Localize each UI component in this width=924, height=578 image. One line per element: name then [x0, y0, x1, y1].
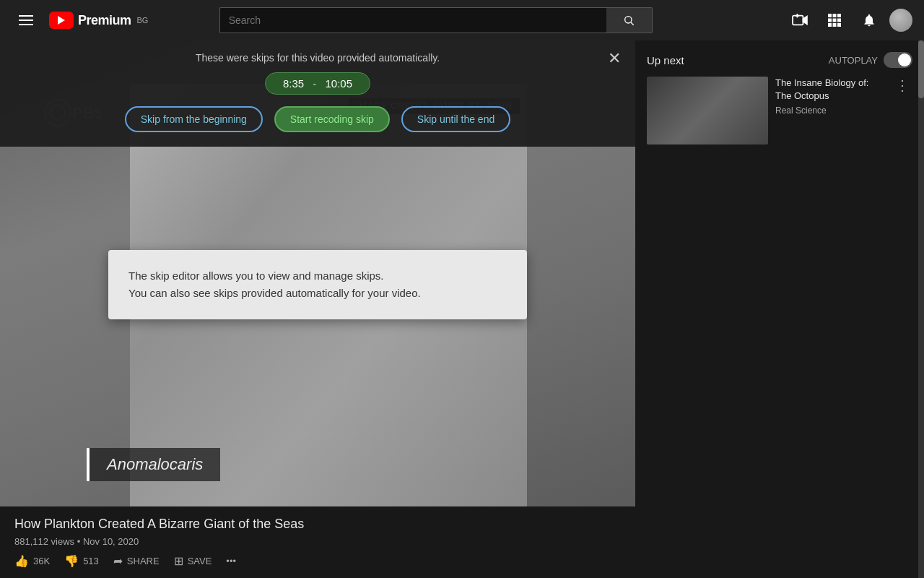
svg-line-4 — [631, 22, 634, 25]
thumbs-up-icon: 👍 — [14, 554, 29, 568]
skip-time-end: 10:05 — [326, 77, 353, 90]
svg-rect-14 — [837, 19, 841, 22]
search-button[interactable] — [606, 7, 653, 33]
svg-rect-11 — [837, 14, 841, 17]
skip-actions: Skip from the beginning Start recoding s… — [125, 106, 510, 132]
tooltip-line1: The skip editor allows you to view and m… — [128, 267, 507, 285]
autoplay-toggle[interactable] — [884, 52, 912, 68]
logo-text: Premium — [78, 13, 131, 28]
user-avatar[interactable] — [889, 9, 912, 32]
video-player: IMAGE CREDIT: JAMES ST. JOHN PBS These w… — [0, 40, 635, 539]
skip-editor-overlay: These were skips for this video provided… — [0, 40, 635, 147]
scrollbar[interactable] — [918, 40, 924, 578]
autoplay-row: AUTOPLAY — [829, 52, 912, 68]
next-video-thumbnail — [647, 77, 768, 144]
skip-until-end-button[interactable]: Skip until the end — [401, 106, 510, 132]
menu-icon[interactable] — [12, 15, 40, 25]
main-content: IMAGE CREDIT: JAMES ST. JOHN PBS These w… — [0, 40, 924, 578]
dislike-button[interactable]: 👎 513 — [64, 554, 99, 568]
skip-time-dash: - — [313, 77, 316, 90]
publish-date: Nov 10, 2020 — [83, 536, 139, 547]
autoplay-toggle-knob — [898, 53, 911, 66]
right-sidebar: Up next AUTOPLAY The Insane Biology of: … — [635, 40, 924, 578]
svg-rect-5 — [793, 16, 803, 25]
svg-rect-0 — [19, 15, 33, 17]
close-overlay-button[interactable]: ✕ — [608, 49, 621, 68]
create-video-button[interactable] — [785, 6, 814, 35]
svg-rect-12 — [828, 19, 832, 22]
video-meta: 881,112 views • Nov 10, 2020 — [14, 536, 621, 547]
more-actions-button[interactable]: ••• — [226, 556, 236, 566]
save-icon: ⊞ — [174, 554, 183, 568]
like-count: 36K — [33, 556, 50, 566]
up-next-label: Up next — [647, 54, 684, 66]
skip-time-start: 8:35 — [283, 77, 304, 90]
save-button[interactable]: ⊞ SAVE — [174, 554, 212, 568]
next-thumb-image — [647, 77, 768, 144]
svg-rect-17 — [837, 23, 841, 27]
video-section: IMAGE CREDIT: JAMES ST. JOHN PBS These w… — [0, 40, 635, 578]
top-navigation: Premium BG — [0, 0, 924, 40]
svg-rect-13 — [833, 19, 837, 22]
more-icon: ••• — [226, 556, 236, 566]
logo[interactable]: Premium BG — [49, 12, 148, 29]
meta-separator: • — [77, 536, 83, 547]
skip-from-beginning-button[interactable]: Skip from the beginning — [125, 106, 263, 132]
view-count: 881,112 views — [14, 536, 74, 547]
thumbs-down-icon: 👎 — [64, 554, 79, 568]
svg-rect-16 — [833, 23, 837, 27]
save-label: SAVE — [188, 556, 212, 566]
video-info-bar: How Plankton Created A Bizarre Giant of … — [0, 506, 635, 578]
like-button[interactable]: 👍 36K — [14, 554, 50, 568]
svg-rect-1 — [19, 20, 33, 21]
svg-point-3 — [625, 17, 632, 23]
next-video-more-button[interactable]: ⋮ — [892, 77, 912, 144]
svg-rect-2 — [19, 24, 33, 25]
video-title: How Plankton Created A Bizarre Giant of … — [14, 517, 621, 532]
notifications-button[interactable] — [855, 6, 884, 35]
apps-grid-button[interactable] — [820, 6, 849, 35]
video-actions: 👍 36K 👎 513 ➦ SHARE ⊞ SAVE ••• — [14, 554, 621, 568]
fossil-name-label: Anomalocaris — [87, 448, 220, 481]
svg-rect-9 — [828, 14, 832, 17]
autoplay-label: AUTOPLAY — [829, 55, 878, 66]
fossil-name-text: Anomalocaris — [107, 455, 203, 473]
share-icon: ➦ — [113, 554, 123, 568]
share-label: SHARE — [127, 556, 160, 566]
nav-right-actions — [785, 6, 912, 35]
next-video-title: The Insane Biology of: The Octopus — [775, 77, 885, 103]
start-recording-skip-button[interactable]: Start recoding skip — [274, 106, 390, 132]
search-bar — [219, 7, 653, 33]
skip-time-range: 8:35 - 10:05 — [265, 72, 370, 95]
tooltip-line2: You can also see skips provided automati… — [128, 285, 507, 302]
svg-rect-15 — [828, 23, 832, 27]
youtube-logo-icon — [49, 12, 74, 29]
dislike-count: 513 — [83, 556, 99, 566]
share-button[interactable]: ➦ SHARE — [113, 554, 160, 568]
next-video-info: The Insane Biology of: The Octopus Real … — [775, 77, 885, 144]
logo-badge: BG — [137, 16, 149, 25]
skip-editor-tooltip: The skip editor allows you to view and m… — [108, 250, 527, 319]
next-video-channel: Real Science — [775, 105, 885, 116]
skip-info-text: These were skips for this video provided… — [196, 52, 440, 64]
next-video-item[interactable]: The Insane Biology of: The Octopus Real … — [647, 77, 912, 144]
scroll-thumb — [918, 40, 924, 98]
up-next-header: Up next AUTOPLAY — [647, 52, 912, 68]
svg-rect-10 — [833, 14, 837, 17]
search-input[interactable] — [219, 7, 606, 33]
